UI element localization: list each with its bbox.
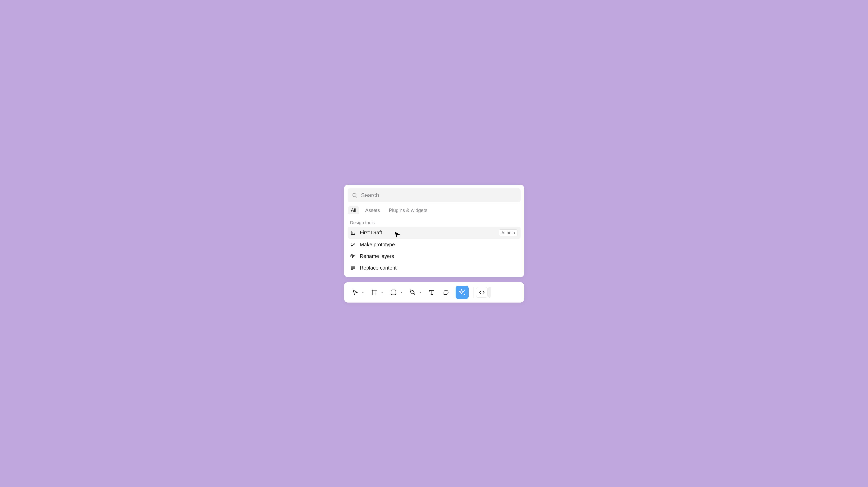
item-label: Rename layers [360,253,394,259]
rename-cursor-icon [350,254,356,259]
pen-tool-button[interactable] [408,288,417,297]
shape-tool-group [386,288,405,297]
list-item-replace-content[interactable]: Replace content [348,262,521,273]
move-tool-group [348,288,367,297]
list-item-make-prototype[interactable]: Make prototype [348,239,521,251]
devmode-group [475,287,491,298]
search-bar[interactable] [348,188,521,202]
comment-tool-group [439,288,453,297]
svg-rect-9 [353,255,355,257]
chevron-down-icon[interactable] [361,291,365,294]
prototype-sparkle-icon [350,242,356,247]
tab-all[interactable]: All [348,206,359,215]
text-tool-group [425,288,439,297]
item-label: Replace content [360,265,397,271]
ai-beta-badge: AI beta [499,229,518,236]
section-header: Design tools [348,220,521,225]
search-panel: All Assets Plugins & widgets Design tool… [344,185,524,277]
rectangle-tool-button[interactable] [389,288,398,297]
tab-assets[interactable]: Assets [362,206,383,215]
svg-line-1 [355,196,356,197]
ai-tool-button[interactable] [456,286,469,299]
search-icon [352,192,358,198]
toolbar [344,282,524,302]
search-input[interactable] [361,192,517,198]
chevron-down-icon[interactable] [380,291,384,294]
tabs: All Assets Plugins & widgets [348,206,521,215]
list-item-rename-layers[interactable]: Rename layers [348,251,521,262]
item-label: First Draft [360,230,382,235]
text-tool-button[interactable] [427,288,436,297]
cursor-icon [394,231,401,239]
devmode-button[interactable] [476,287,488,298]
replace-content-icon [350,265,356,270]
item-label: Make prototype [360,242,395,248]
chevron-down-icon[interactable] [399,291,403,294]
pen-tool-group [405,288,425,297]
move-tool-button[interactable] [350,288,360,297]
svg-point-7 [351,245,352,246]
devmode-toggle[interactable] [488,287,491,298]
svg-point-26 [464,290,465,291]
ai-tool-group [453,286,472,299]
frame-add-icon [350,230,356,235]
comment-tool-button[interactable] [441,288,451,297]
frame-tool-group [367,288,386,297]
list-item-first-draft[interactable]: First Draft AI beta [348,227,521,239]
svg-rect-19 [391,290,396,295]
toolbar-divider [473,287,474,298]
svg-point-8 [354,243,355,244]
chevron-down-icon[interactable] [418,291,422,294]
frame-tool-button[interactable] [370,288,379,297]
tab-plugins[interactable]: Plugins & widgets [386,206,430,215]
svg-rect-10 [351,255,352,257]
